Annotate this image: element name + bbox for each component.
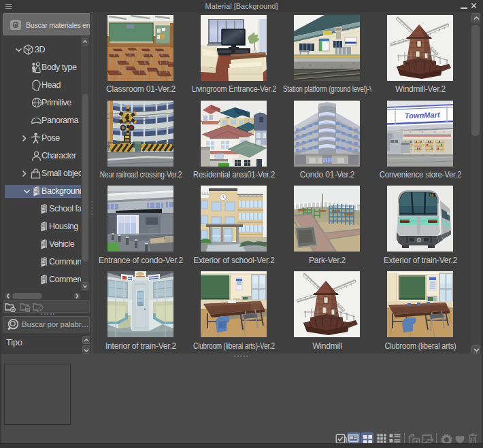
svg-text:69: 69: [430, 194, 434, 197]
svg-text:TownMart: TownMart: [405, 110, 441, 120]
